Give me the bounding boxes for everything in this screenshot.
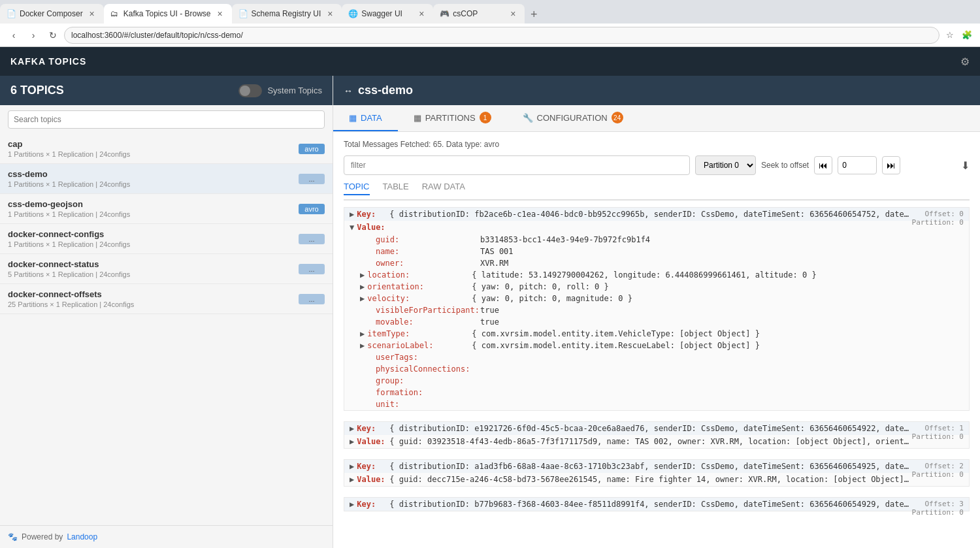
value-expand-1[interactable]: ▶ xyxy=(350,437,354,446)
tab-partitions[interactable]: ▦ PARTITIONS 1 xyxy=(398,105,507,131)
view-tab-table[interactable]: TABLE xyxy=(383,182,409,195)
seek-begin-button[interactable]: ⏮ xyxy=(814,156,832,174)
back-button[interactable]: ‹ xyxy=(5,27,22,44)
filter-input[interactable] xyxy=(344,155,690,175)
tab-close-swagger[interactable]: × xyxy=(416,8,427,19)
topic-name-css-demo-geojson: css-demo-geojson xyxy=(8,199,130,209)
data-tab-icon: ▦ xyxy=(349,113,357,123)
refresh-button[interactable]: ↻ xyxy=(44,27,61,44)
tab-configuration[interactable]: 🔧 CONFIGURATION 24 xyxy=(507,105,639,131)
topic-badge-docker-connect-configs: ... xyxy=(299,234,325,244)
view-tab-topic[interactable]: TOPIC xyxy=(344,182,370,195)
main-content: ↔ css-demo ▦ DATA ▦ PARTITIONS 1 🔧 CONFI… xyxy=(333,76,980,548)
message-key-row-1: ▶ Key: { distributionID: e1921726-6f0d-4… xyxy=(344,422,969,435)
seek-end-button[interactable]: ⏭ xyxy=(882,156,900,174)
forward-button[interactable]: › xyxy=(25,27,42,44)
partition-select[interactable]: Partition 0 xyxy=(695,155,756,175)
main-topic-title: css-demo xyxy=(358,84,413,97)
location-expand[interactable]: ▶ xyxy=(360,270,365,280)
tab-close-cscop[interactable]: × xyxy=(508,8,518,19)
topic-item-docker-connect-configs[interactable]: docker-connect-configs 1 Partitions × 1 … xyxy=(0,224,333,254)
search-box xyxy=(0,105,333,134)
key-expand-2[interactable]: ▶ xyxy=(350,462,354,471)
value-label-1: Value: xyxy=(357,437,389,446)
message-block-0: ▶ Key: { distributionID: fb2ace6b-c1ea-4… xyxy=(344,207,970,411)
system-topics-toggle[interactable]: System Topics xyxy=(238,84,322,97)
seek-to-offset-label: Seek to offset xyxy=(761,161,809,170)
tab-icon-docker: 📄 xyxy=(7,9,16,18)
tab-close-schema[interactable]: × xyxy=(325,8,335,19)
tab-icon-cscop: 🎮 xyxy=(440,9,449,18)
tab-close-kafka[interactable]: × xyxy=(215,8,225,19)
controls-row: Partition 0 Seek to offset ⏮ ⏭ ⬇ xyxy=(344,155,970,175)
browser-chrome: 📄 Docker Composer × 🗂 Kafka Topics UI - … xyxy=(0,0,980,47)
field-location: ▶ location: { latitude: 53.1492790004262… xyxy=(344,269,969,281)
offset-3: Offset: 3Partition: 0 xyxy=(912,500,964,517)
field-visibleForParticipant: visibleForParticipant: true xyxy=(344,304,969,316)
topic-item-css-demo-geojson[interactable]: css-demo-geojson 1 Partitions × 1 Replic… xyxy=(0,194,333,224)
field-unit: unit: xyxy=(344,398,969,410)
tab-close-docker[interactable]: × xyxy=(87,8,97,19)
seek-input[interactable] xyxy=(838,156,877,174)
velocity-expand[interactable]: ▶ xyxy=(360,294,365,303)
toggle-knob xyxy=(240,86,250,96)
topic-badge-css-demo: ... xyxy=(299,174,325,184)
key-expand-3[interactable]: ▶ xyxy=(350,500,354,509)
topic-meta-docker-connect-status: 5 Partitions × 1 Replication | 24configs xyxy=(8,270,130,278)
key-value-1: { distributionID: e1921726-6f0d-45c5-bca… xyxy=(389,424,912,433)
topic-item-css-demo[interactable]: css-demo 1 Partitions × 1 Replication | … xyxy=(0,164,333,194)
key-expand-0[interactable]: ▶ xyxy=(350,210,354,219)
topic-item-docker-connect-status[interactable]: docker-connect-status 5 Partitions × 1 R… xyxy=(0,254,333,284)
tab-data[interactable]: ▦ DATA xyxy=(333,105,398,131)
itemtype-expand[interactable]: ▶ xyxy=(360,329,365,338)
configuration-tab-icon: 🔧 xyxy=(523,113,533,123)
topic-item-docker-connect-offsets[interactable]: docker-connect-offsets 25 Partitions × 1… xyxy=(0,284,333,314)
topic-meta-docker-connect-configs: 1 Partitions × 1 Replication | 24configs xyxy=(8,240,130,248)
tab-icon-schema: 📄 xyxy=(238,9,248,18)
value-preview-2: { guid: decc715e-a246-4c58-bd73-5678ee26… xyxy=(389,475,912,484)
settings-icon[interactable]: ⚙ xyxy=(960,56,970,68)
topic-meta-cap: 1 Partitions × 1 Replication | 24configs xyxy=(8,150,130,158)
message-value-row-2: ▶ Value: { guid: decc715e-a246-4c58-bd73… xyxy=(344,473,969,486)
tab-docker[interactable]: 📄 Docker Composer × xyxy=(0,4,104,24)
landoop-link[interactable]: Landoop xyxy=(67,532,97,541)
new-tab-button[interactable]: + xyxy=(525,5,543,24)
expand-icon: ↔ xyxy=(344,86,353,96)
orientation-expand[interactable]: ▶ xyxy=(360,282,365,291)
landoop-icon: 🐾 xyxy=(8,532,18,541)
field-owner: owner: XVR.RM xyxy=(344,257,969,269)
topic-badge-docker-connect-status: ... xyxy=(299,264,325,274)
partitions-tab-label: PARTITIONS xyxy=(425,113,476,123)
toggle-switch[interactable] xyxy=(238,84,262,97)
topic-info-cap: cap 1 Partitions × 1 Replication | 24con… xyxy=(8,139,130,158)
key-expand-1[interactable]: ▶ xyxy=(350,424,354,433)
tab-label-swagger: Swagger UI xyxy=(361,9,412,18)
field-movable: movable: true xyxy=(344,316,969,328)
topic-list: cap 1 Partitions × 1 Replication | 24con… xyxy=(0,134,333,525)
scenariolabel-expand[interactable]: ▶ xyxy=(360,341,365,350)
field-group: group: xyxy=(344,375,969,387)
sidebar-footer: 🐾 Powered by Landoop xyxy=(0,525,333,548)
tab-schema[interactable]: 📄 Schema Registry UI × xyxy=(232,4,342,24)
partitions-tab-badge: 1 xyxy=(480,112,491,123)
tab-icon-kafka: 🗂 xyxy=(110,9,120,18)
topic-item-cap[interactable]: cap 1 Partitions × 1 Replication | 24con… xyxy=(0,134,333,164)
tab-kafka[interactable]: 🗂 Kafka Topics UI - Browse × xyxy=(104,4,232,24)
value-expand-0[interactable]: ▼ xyxy=(350,223,354,232)
extensions-button[interactable]: 🧩 xyxy=(959,27,975,43)
tab-swagger[interactable]: 🌐 Swagger UI × xyxy=(342,4,433,24)
key-label-0: Key: xyxy=(357,210,389,219)
value-label-2: Value: xyxy=(357,475,389,484)
field-itemType: ▶ itemType: { com.xvrsim.model.entity.it… xyxy=(344,328,969,340)
download-icon[interactable]: ⬇ xyxy=(961,159,970,172)
nav-bar: ‹ › ↻ localhost:3600/#/cluster/default/t… xyxy=(0,24,980,47)
topic-name-docker-connect-configs: docker-connect-configs xyxy=(8,229,130,239)
value-expand-2[interactable]: ▶ xyxy=(350,475,354,484)
view-tab-rawdata[interactable]: RAW DATA xyxy=(422,182,465,195)
bookmark-button[interactable]: ☆ xyxy=(942,27,958,43)
address-bar[interactable]: localhost:3600/#/cluster/default/topic/n… xyxy=(64,27,939,44)
topics-count: 6 TOPICS xyxy=(10,84,64,97)
tab-cscop[interactable]: 🎮 csCOP × xyxy=(433,4,525,24)
data-info: Total Messages Fetched: 65. Data type: a… xyxy=(344,140,970,149)
search-input[interactable] xyxy=(8,110,325,129)
